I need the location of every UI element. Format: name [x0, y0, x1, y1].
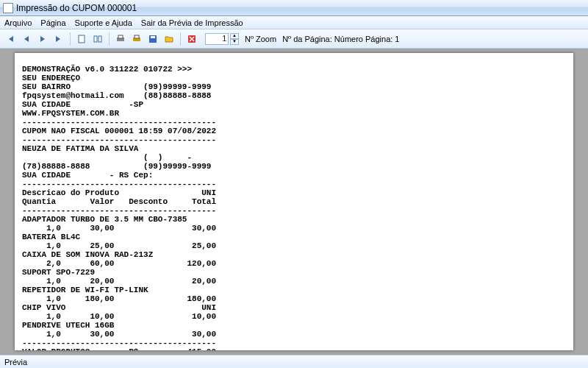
menu-arquivo[interactable]: Arquivo: [4, 18, 32, 27]
receipt-line: REPETIDOR DE WI-FI TP-LINK: [22, 286, 148, 294]
menu-suporte[interactable]: Suporte e Ajuda: [75, 18, 132, 27]
nav-first-button[interactable]: [3, 32, 18, 46]
toolbar-separator: [180, 32, 181, 46]
nav-last-button[interactable]: [51, 32, 66, 46]
receipt-line: 1,0 180,00 180,00: [22, 294, 216, 303]
receipt-divider: ----------------------------------------: [22, 135, 216, 144]
svg-rect-4: [118, 35, 123, 38]
svg-rect-6: [135, 35, 139, 38]
view-single-button[interactable]: [74, 32, 89, 46]
preview-viewport[interactable]: DEMONSTRAÇÃO v6.0 311222 010722 >>> SEU …: [0, 49, 588, 355]
nav-next-button[interactable]: [35, 32, 50, 46]
zoom-down-icon[interactable]: ▼: [230, 39, 239, 45]
zoom-input[interactable]: [205, 33, 229, 45]
statusbar: Prévia: [0, 355, 588, 368]
receipt-line: 1,0 25,00 25,00: [22, 241, 216, 250]
receipt-line: (78)88888-8888 (99)99999-9999: [22, 162, 211, 171]
print-button[interactable]: [129, 32, 144, 46]
menu-sair[interactable]: Sair da Prévia de Impressão: [141, 18, 243, 27]
receipt-line: 1,0 20,00 20,00: [22, 277, 216, 286]
svg-rect-0: [79, 35, 85, 43]
receipt-line: Quantia Valor Desconto Total: [22, 197, 216, 206]
receipt-line: VALOR PRODUTOS R$ 415,00: [22, 347, 216, 350]
receipt-line: Descricao do Produto UNI: [22, 188, 216, 197]
close-button[interactable]: [184, 32, 199, 46]
receipt-line: CHIP VIVO UNI: [22, 303, 216, 312]
receipt-page: DEMONSTRAÇÃO v6.0 311222 010722 >>> SEU …: [15, 53, 573, 350]
receipt-line: SUA CIDADE -SP: [22, 100, 143, 109]
svg-rect-1: [94, 36, 97, 42]
receipt-line: SEU ENDEREÇO: [22, 74, 80, 82]
titlebar: Impressão do CUPOM 000001: [0, 0, 588, 16]
receipt-line: PENDRIVE UTECH 16GB: [22, 321, 114, 330]
print-setup-button[interactable]: [113, 32, 128, 46]
svg-rect-2: [98, 36, 101, 42]
menu-pagina[interactable]: Página: [40, 18, 65, 27]
receipt-line: CUPOM NAO FISCAL 000001 18:59 07/08/2022: [22, 127, 216, 135]
toolbar-separator: [109, 32, 110, 46]
svg-rect-8: [151, 36, 155, 38]
receipt-line: 2,0 60,00 120,00: [22, 259, 216, 268]
save-button[interactable]: [146, 32, 160, 46]
app-icon: [3, 3, 13, 13]
receipt-line: NEUZA DE FATIMA DA SILVA: [22, 144, 138, 153]
view-multi-button[interactable]: [90, 32, 105, 46]
receipt-line: 1,0 30,00 30,00: [22, 224, 216, 233]
zoom-control: ▲ ▼ Nº Zoom: [205, 33, 276, 45]
status-text: Prévia: [4, 358, 27, 367]
receipt-line: CAIXA DE SOM INOVA RAD-213Z: [22, 250, 153, 259]
zoom-spinner[interactable]: ▲ ▼: [230, 33, 239, 45]
receipt-line: ( ) -: [22, 153, 192, 162]
toolbar: ▲ ▼ Nº Zoom Nº da Página: Número Página:…: [0, 29, 588, 49]
receipt-line: fpqsystem@hotmail.com (88)88888-8888: [22, 91, 211, 100]
page-number-label: Nº da Página: Número Página: 1: [282, 35, 399, 43]
open-button[interactable]: [162, 32, 176, 46]
receipt-divider: ----------------------------------------: [22, 180, 216, 188]
zoom-label: Nº Zoom: [245, 35, 276, 43]
nav-prev-button[interactable]: [19, 32, 34, 46]
receipt-line: DEMONSTRAÇÃO v6.0 311222 010722 >>>: [22, 65, 192, 74]
receipt-line: BATERIA BL4C: [22, 233, 80, 241]
toolbar-separator: [70, 32, 71, 46]
receipt-line: SUPORT SPO-7229: [22, 268, 95, 277]
receipt-line: SEU BAIRRO (99)99999-9999: [22, 82, 211, 91]
receipt-line: WWW.FPQSYSTEM.COM.BR: [22, 109, 119, 118]
zoom-up-icon[interactable]: ▲: [230, 33, 239, 39]
receipt-line: 1,0 10,00 10,00: [22, 312, 216, 321]
receipt-line: SUA CIDADE - RS Cep:: [22, 171, 153, 180]
receipt-divider: ----------------------------------------: [22, 118, 216, 127]
receipt-line: ADAPTADOR TURBO DE 3.5 MM CBO-7385: [22, 215, 187, 224]
receipt-line: 1,0 30,00 30,00: [22, 330, 216, 339]
window-title: Impressão do CUPOM 000001: [16, 3, 137, 13]
menubar: Arquivo Página Suporte e Ajuda Sair da P…: [0, 16, 588, 29]
receipt-divider: ----------------------------------------: [22, 339, 216, 347]
receipt-divider: ----------------------------------------: [22, 206, 216, 215]
